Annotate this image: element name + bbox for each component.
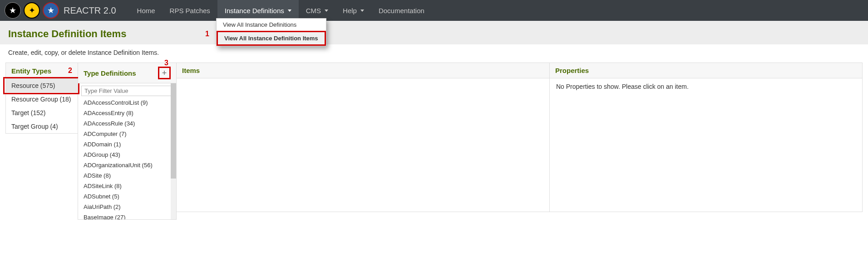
list-item-label: Resource Group (18) — [11, 96, 71, 103]
list-item-label: BaseImage (27) — [84, 214, 126, 219]
add-button-highlight: + — [158, 67, 171, 79]
typedef-item[interactable]: ADDomain (1) — [78, 139, 176, 150]
list-item-label: ADSubnet (5) — [84, 193, 119, 200]
dropdown-item-view-all-def-items[interactable]: View All Instance Definition Items — [217, 31, 326, 46]
org-logo-2: ★ — [43, 2, 59, 19]
nav-help[interactable]: Help — [335, 0, 371, 21]
list-item-label: ADSiteLink (8) — [84, 183, 122, 189]
annotation-2: 2 — [68, 67, 72, 75]
list-item-label: ADGroup (43) — [84, 151, 120, 158]
properties-panel: Properties No Properties to show. Please… — [549, 63, 863, 212]
plus-icon: + — [162, 69, 167, 77]
typedef-item[interactable]: ADOrganizationalUnit (56) — [78, 160, 176, 170]
star-icon: ★ — [47, 5, 54, 15]
nav-rps-patches[interactable]: RPS Patches — [163, 0, 217, 21]
nav-label: RPS Patches — [170, 7, 210, 14]
list-item-label: ADOrganizationalUnit (56) — [84, 162, 153, 169]
typedef-item[interactable]: ADAccessEntry (8) — [78, 108, 176, 118]
instance-definitions-dropdown: View All Instance Definitions View All I… — [216, 18, 326, 46]
properties-empty-text: No Properties to show. Please click on a… — [556, 83, 689, 90]
scroll-thumb[interactable] — [171, 83, 176, 179]
page-header: Instance Definition Items — [0, 21, 868, 44]
entity-types-list: Resource (575) Resource Group (18) Targe… — [6, 79, 78, 133]
type-definitions-header: Type Definitions + — [78, 63, 176, 83]
dropdown-label: View All Instance Definitions — [223, 21, 296, 28]
chevron-down-icon — [360, 10, 364, 12]
list-item-label: ADAccessRule (34) — [84, 120, 135, 127]
chevron-down-icon — [325, 10, 328, 12]
star-icon: ✦ — [29, 5, 35, 15]
properties-body: No Properties to show. Please click on a… — [550, 78, 862, 95]
panels-row: Entity Types 2 Resource (575) Resource G… — [0, 63, 868, 229]
list-item-label: ADComputer (7) — [84, 130, 127, 137]
page-subtitle: Create, edit, copy, or delete Instance D… — [0, 44, 868, 63]
entity-type-item-target-group[interactable]: Target Group (4) — [6, 120, 78, 133]
dropdown-label: View All Instance Definition Items — [224, 35, 318, 42]
panel-title: Properties — [555, 67, 589, 74]
page-title: Instance Definition Items — [8, 28, 860, 40]
nav-documentation[interactable]: Documentation — [371, 0, 432, 21]
panel-title: Entity Types — [11, 67, 51, 75]
panel-title: Items — [182, 67, 200, 74]
add-type-definition-button[interactable]: + — [159, 68, 169, 78]
typedef-item[interactable]: ADAccessControlList (9) — [78, 97, 176, 108]
panel-title: Type Definitions — [84, 69, 136, 77]
list-item-label: Resource (575) — [11, 82, 55, 89]
annotation-3: 3 — [164, 59, 168, 67]
list-item-label: ADAccessControlList (9) — [84, 99, 148, 106]
typedef-item[interactable]: ADSiteLink (8) — [78, 181, 176, 191]
entity-type-item-resource-group[interactable]: Resource Group (18) — [6, 92, 78, 106]
brand-title: REACTR 2.0 — [64, 5, 116, 16]
org-logo-1: ✦ — [24, 2, 40, 19]
nav-home[interactable]: Home — [130, 0, 163, 21]
items-panel: Items — [176, 63, 550, 212]
typedef-item[interactable]: ADSite (8) — [78, 170, 176, 181]
type-definitions-panel: Type Definitions + ADAccessControlList (… — [78, 63, 177, 220]
typedef-item[interactable]: ADAccessRule (34) — [78, 118, 176, 129]
entity-types-panel: Entity Types 2 Resource (575) Resource G… — [5, 63, 78, 134]
star-icon: ★ — [9, 5, 16, 15]
nav-label: Instance Definitions — [225, 7, 284, 14]
nav-label: CMS — [306, 7, 321, 14]
entity-types-header: Entity Types 2 — [6, 63, 78, 79]
nav-label: Help — [343, 7, 357, 14]
entity-type-item-target[interactable]: Target (152) — [6, 106, 78, 120]
dropdown-item-view-all-defs[interactable]: View All Instance Definitions — [217, 19, 326, 31]
us-army-logo: ★ — [5, 2, 21, 19]
annotation-1: 1 — [205, 30, 209, 38]
items-header: Items — [177, 63, 549, 78]
typedef-item[interactable]: ADSubnet (5) — [78, 191, 176, 202]
nav-label: Documentation — [379, 7, 424, 14]
typedef-item[interactable]: BaseImage (27) — [78, 212, 176, 219]
list-item-label: Target (152) — [11, 109, 45, 116]
typedef-item[interactable]: ADGroup (43) — [78, 150, 176, 160]
type-filter-input[interactable] — [81, 86, 173, 96]
chevron-down-icon — [288, 10, 291, 12]
entity-type-item-resource[interactable]: Resource (575) — [6, 79, 78, 92]
top-navbar: ★ ✦ ★ REACTR 2.0 Home RPS Patches Instan… — [0, 0, 868, 21]
list-item-label: Target Group (4) — [11, 123, 58, 130]
type-definitions-body: ADAccessControlList (9) ADAccessEntry (8… — [78, 83, 176, 219]
logo-group: ★ ✦ ★ — [5, 2, 59, 19]
type-definitions-list: ADAccessControlList (9) ADAccessEntry (8… — [78, 97, 176, 219]
properties-header: Properties — [550, 63, 862, 78]
list-item-label: AiaUriPath (2) — [84, 203, 121, 210]
typedef-item[interactable]: AiaUriPath (2) — [78, 202, 176, 212]
scrollbar[interactable] — [171, 83, 176, 219]
list-item-label: ADAccessEntry (8) — [84, 110, 133, 116]
list-item-label: ADSite (8) — [84, 172, 111, 179]
nav-label: Home — [137, 7, 155, 14]
list-item-label: ADDomain (1) — [84, 141, 121, 148]
typedef-item[interactable]: ADComputer (7) — [78, 129, 176, 139]
